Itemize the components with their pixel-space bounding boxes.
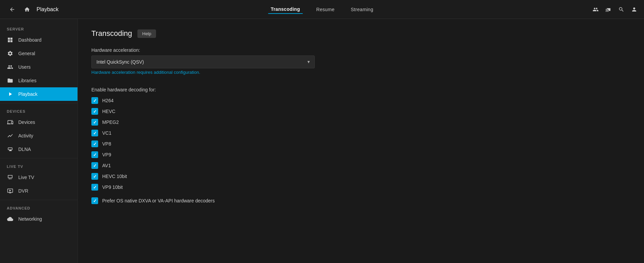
checkbox-h264[interactable]	[91, 97, 98, 104]
sidebar-item-playback[interactable]: Playback	[0, 87, 77, 101]
users-icon	[7, 64, 14, 70]
sidebar-item-label: DLNA	[18, 147, 31, 152]
checkbox-label-vc1: VC1	[102, 130, 111, 136]
folder-icon	[7, 77, 14, 84]
sidebar-divider-2	[0, 158, 77, 158]
sidebar-item-label: Live TV	[18, 175, 34, 180]
page-header: Transcoding Help	[91, 29, 630, 38]
sidebar-item-dlna[interactable]: DLNA	[0, 143, 77, 156]
sidebar-section-livetv: Live TV	[0, 160, 77, 171]
checkbox-prefer-os[interactable]	[91, 197, 98, 204]
body-layout: Server Dashboard General Users Libraries	[0, 19, 644, 263]
sidebar-item-general[interactable]: General	[0, 47, 77, 60]
hw-acceleration-select[interactable]: None Intel QuickSync (QSV) NVIDIA NVENC …	[91, 56, 315, 68]
cast-icon-button[interactable]	[605, 6, 612, 13]
sidebar-section-advanced: Advanced	[0, 202, 77, 212]
checkbox-vc1[interactable]	[91, 130, 98, 136]
checkbox-vp8[interactable]	[91, 140, 98, 147]
checkbox-label-hevc10bit: HEVC 10bit	[102, 174, 127, 179]
users-icon-button[interactable]	[593, 6, 599, 13]
checkbox-row-hevc10bit: HEVC 10bit	[91, 173, 630, 180]
play-icon	[7, 91, 14, 97]
sidebar-section-devices: Devices	[0, 105, 77, 115]
checkbox-label-vp9: VP9	[102, 152, 111, 157]
sidebar-item-label: Activity	[18, 133, 33, 138]
checkbox-row-vp910bit: VP9 10bit	[91, 184, 630, 191]
sidebar-item-devices[interactable]: Devices	[0, 115, 77, 129]
checkbox-row-vp8: VP8	[91, 140, 630, 147]
grid-icon	[7, 37, 14, 43]
page-title: Transcoding	[91, 29, 132, 38]
hw-config-link[interactable]: Hardware acceleration requires additiona…	[91, 70, 200, 75]
nav-title: Playback	[37, 6, 59, 13]
nav-tabs: Transcoding Resume Streaming	[268, 5, 376, 14]
sidebar-item-label: Libraries	[18, 78, 37, 83]
checkbox-row-av1: AV1	[91, 162, 630, 169]
devices-icon	[7, 119, 14, 126]
checkbox-mpeg2[interactable]	[91, 119, 98, 126]
sidebar-item-livetv[interactable]: Live TV	[0, 171, 77, 184]
checkbox-row-vc1: VC1	[91, 130, 630, 136]
checkbox-row-hevc: HEVC	[91, 108, 630, 115]
top-nav: Playback Transcoding Resume Streaming	[0, 0, 644, 19]
nav-right	[593, 6, 637, 13]
checkbox-label-vp910bit: VP9 10bit	[102, 184, 123, 190]
sidebar-item-label: Devices	[18, 119, 35, 125]
dvr-icon	[7, 188, 14, 194]
search-icon-button[interactable]	[618, 6, 624, 13]
cloud-icon	[7, 216, 14, 222]
checkbox-label-prefer-os: Prefer OS native DXVA or VA-API hardware…	[102, 198, 215, 203]
checkbox-hevc10bit[interactable]	[91, 173, 98, 180]
sidebar-divider-1	[0, 103, 77, 103]
sidebar-item-dashboard[interactable]: Dashboard	[0, 33, 77, 47]
sidebar-item-label: Dashboard	[18, 37, 42, 43]
sidebar-item-networking[interactable]: Networking	[0, 212, 77, 226]
dlna-icon	[7, 146, 14, 153]
sidebar-item-dvr[interactable]: DVR	[0, 184, 77, 198]
checkbox-row-vp9: VP9	[91, 151, 630, 158]
sidebar-item-activity[interactable]: Activity	[0, 129, 77, 143]
user-icon-button[interactable]	[631, 6, 637, 13]
back-button[interactable]	[7, 4, 18, 15]
checkbox-label-vp8: VP8	[102, 141, 111, 147]
sidebar-item-libraries[interactable]: Libraries	[0, 74, 77, 87]
main-content: Transcoding Help Hardware acceleration: …	[78, 19, 644, 263]
hw-decoding-group: Enable hardware decoding for: H264 HEVC …	[91, 87, 630, 191]
hw-acceleration-label: Hardware acceleration:	[91, 47, 630, 53]
checkbox-row-h264: H264	[91, 97, 630, 104]
sidebar-item-label: DVR	[18, 188, 28, 194]
checkbox-label-hevc: HEVC	[102, 109, 115, 114]
checkbox-hevc[interactable]	[91, 108, 98, 115]
checkbox-row-mpeg2: MPEG2	[91, 119, 630, 126]
sidebar-item-label: Playback	[18, 91, 38, 97]
tab-streaming[interactable]: Streaming	[348, 5, 376, 14]
checkbox-label-h264: H264	[102, 98, 113, 103]
nav-left: Playback	[7, 4, 59, 15]
home-button[interactable]	[22, 4, 32, 15]
tab-resume[interactable]: Resume	[314, 5, 337, 14]
activity-icon	[7, 132, 14, 139]
help-button[interactable]: Help	[137, 29, 156, 38]
checkbox-vp9[interactable]	[91, 151, 98, 158]
sidebar-item-label: Users	[18, 64, 31, 70]
sidebar-item-label: Networking	[18, 216, 42, 222]
gear-icon	[7, 50, 14, 57]
hw-acceleration-group: Hardware acceleration: None Intel QuickS…	[91, 47, 630, 80]
checkbox-label-av1: AV1	[102, 163, 111, 168]
sidebar-item-users[interactable]: Users	[0, 60, 77, 74]
checkbox-row-prefer-os: Prefer OS native DXVA or VA-API hardware…	[91, 197, 630, 204]
checkbox-av1[interactable]	[91, 162, 98, 169]
hw-decoding-label: Enable hardware decoding for:	[91, 87, 630, 92]
tab-transcoding[interactable]: Transcoding	[268, 5, 303, 14]
hw-acceleration-select-wrapper: None Intel QuickSync (QSV) NVIDIA NVENC …	[91, 56, 315, 68]
sidebar: Server Dashboard General Users Libraries	[0, 19, 78, 263]
sidebar-divider-3	[0, 200, 77, 200]
checkbox-vp910bit[interactable]	[91, 184, 98, 191]
livetv-icon	[7, 174, 14, 181]
sidebar-section-server: Server	[0, 23, 77, 33]
checkbox-label-mpeg2: MPEG2	[102, 119, 119, 125]
sidebar-item-label: General	[18, 51, 35, 56]
